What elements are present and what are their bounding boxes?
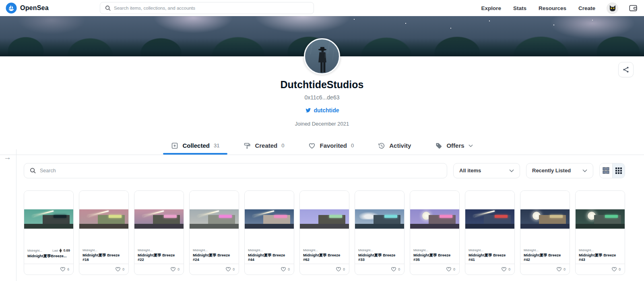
nft-image (576, 191, 625, 247)
collection-name: Midnight... (303, 248, 318, 252)
collection-name: Midnight... (138, 248, 153, 252)
nft-card[interactable]: Midnight... Midnight夏季 Breeze #35 0 (410, 190, 460, 275)
card-info: Midnight... Midnight夏季 Breeze #44 (245, 247, 294, 264)
global-search[interactable] (100, 2, 314, 14)
ground-art (520, 224, 570, 229)
items-search-input[interactable] (40, 168, 441, 174)
nft-grid: Midnight... Last 0.69 Midnight夏季Breeze..… (24, 190, 644, 275)
heart-icon[interactable] (225, 267, 231, 272)
like-count: 0 (564, 267, 566, 271)
nft-artwork (410, 209, 459, 229)
nav-stats[interactable]: Stats (513, 5, 526, 11)
heart-icon[interactable] (60, 267, 66, 272)
opensea-profile-page: OpenSea Explore Stats Resources Create (0, 0, 644, 281)
nft-card[interactable]: Midnight... Midnight夏季 Breeze #41 0 (465, 190, 515, 275)
nft-card[interactable]: Midnight... Midnight夏季 Breeze #42 0 (520, 190, 570, 275)
sort-dropdown[interactable]: Recently Listed (526, 163, 593, 178)
like-count: 0 (508, 267, 510, 271)
nft-artwork (245, 209, 294, 229)
joined-date: Joined December 2021 (0, 121, 644, 127)
nft-artwork (134, 209, 184, 229)
nft-card[interactable]: Midnight... Midnight夏季 Breeze #16 0 (79, 190, 129, 275)
ground-art (245, 224, 294, 229)
collection-name: Midnight... (413, 248, 428, 252)
nft-title: Midnight夏季 Breeze #24 (193, 253, 235, 262)
nft-card[interactable]: Midnight... Midnight夏季 Breeze #22 0 (134, 190, 184, 275)
opensea-logo[interactable]: OpenSea (6, 2, 49, 14)
wallet-icon[interactable] (629, 4, 638, 12)
tab-activity[interactable]: Activity (376, 137, 413, 155)
grid-large-view-button[interactable] (600, 163, 612, 178)
last-price-label: Last (52, 249, 58, 252)
category-dropdown[interactable]: All items (453, 163, 520, 178)
heart-tab-icon (308, 142, 316, 149)
nft-card[interactable]: Midnight... Midnight夏季 Breeze #24 0 (189, 190, 239, 275)
neon-sign-art (54, 215, 66, 218)
ground-art (465, 224, 514, 229)
heart-icon[interactable] (281, 267, 286, 272)
heart-icon[interactable] (391, 267, 396, 272)
nft-image (410, 191, 459, 247)
tab-favorited[interactable]: Favorited 0 (306, 137, 356, 155)
grid-small-view-button[interactable] (612, 163, 625, 178)
collection-name: Midnight... (579, 248, 594, 252)
twitter-link[interactable]: dutchtide (305, 107, 339, 114)
chevron-down-icon (469, 144, 473, 147)
heart-icon[interactable] (115, 267, 121, 272)
nav-create[interactable]: Create (578, 5, 595, 11)
neon-sign-art (384, 215, 397, 218)
created-count: 0 (281, 143, 284, 149)
like-count: 6 (67, 267, 69, 271)
search-icon (105, 5, 111, 11)
favorited-count: 0 (351, 143, 354, 149)
grid-2x2-icon (603, 167, 609, 174)
heart-icon[interactable] (170, 267, 176, 272)
like-count: 0 (343, 267, 345, 271)
nft-title: Midnight夏季 Breeze #22 (138, 253, 180, 262)
wallet-address[interactable]: 0x11c6...de63 (0, 94, 644, 101)
activity-icon (378, 142, 385, 149)
heart-icon[interactable] (611, 267, 617, 272)
nft-card[interactable]: Midnight... Midnight夏季 Breeze #33 0 (355, 190, 405, 275)
header-nav: Explore Stats Resources Create (469, 2, 638, 14)
tab-offers[interactable]: Offers (433, 137, 475, 155)
card-footer: 0 (410, 264, 459, 275)
nft-image (300, 191, 349, 247)
nft-card[interactable]: Midnight... Midnight夏季 Breeze #44 0 (244, 190, 294, 275)
tab-collected[interactable]: Collected 31 (169, 137, 222, 155)
account-avatar[interactable] (607, 2, 618, 14)
collected-icon (171, 142, 178, 149)
nft-artwork (520, 209, 570, 229)
profile-tabs: Collected 31 Created 0 Favorited 0 (0, 137, 644, 155)
nft-card[interactable]: Midnight... Midnight夏季 Breeze #62 0 (299, 190, 349, 275)
nft-card[interactable]: Midnight... Last 0.69 Midnight夏季Breeze..… (24, 190, 74, 275)
like-count: 0 (453, 267, 455, 271)
like-count: 0 (619, 267, 621, 271)
heart-icon[interactable] (501, 267, 507, 272)
items-search[interactable] (24, 163, 447, 178)
nft-artwork (355, 209, 404, 229)
heart-icon[interactable] (556, 267, 562, 272)
sort-selected: Recently Listed (532, 167, 571, 174)
global-search-input[interactable] (114, 6, 309, 10)
neon-sign-art (605, 215, 618, 218)
nft-card[interactable]: Midnight... Midnight夏季 Breeze #43 0 (575, 190, 625, 275)
profile-avatar[interactable] (304, 38, 340, 74)
tab-created[interactable]: Created 0 (241, 137, 287, 155)
nft-title: Midnight夏季Breeze... (27, 254, 70, 258)
expand-sidebar-arrow[interactable]: → (4, 153, 11, 162)
nav-resources[interactable]: Resources (539, 5, 566, 11)
like-count: 0 (288, 267, 290, 271)
avatar-figure (305, 39, 339, 73)
nav-explore[interactable]: Explore (481, 5, 501, 11)
heart-icon[interactable] (336, 267, 341, 272)
nft-title: Midnight夏季 Breeze #44 (248, 253, 291, 262)
share-button[interactable] (618, 62, 634, 77)
heart-icon[interactable] (446, 267, 452, 272)
collection-name: Midnight... (358, 248, 373, 252)
grid-3x3-icon (615, 167, 622, 174)
nft-artwork (190, 209, 239, 229)
neon-sign-art (164, 215, 177, 218)
twitter-icon (305, 108, 311, 113)
collection-name: Midnight... (27, 249, 42, 252)
